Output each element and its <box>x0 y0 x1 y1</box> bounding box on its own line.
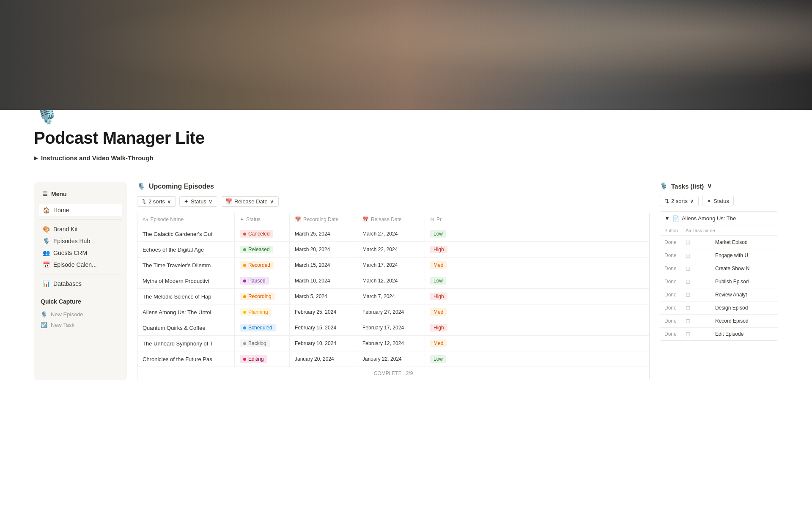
task-row[interactable]: Done ⊡ Market Episod <box>660 236 778 249</box>
task-row[interactable]: Done ⊡ Engage with U <box>660 249 778 262</box>
filter-sorts-button[interactable]: ⇅ 2 sorts ∨ <box>137 196 176 207</box>
task-button-icon[interactable]: ⊡ <box>686 304 715 311</box>
episode-name-cell: Quantum Quirks & Coffee <box>137 320 235 335</box>
tasks-filter-bar: ⇅ 2 sorts ∨ ✦ Status <box>660 196 778 206</box>
priority-badge: Med <box>430 308 447 316</box>
task-done-status: Done <box>664 239 686 245</box>
task-name-cell: Publish Episod <box>715 279 774 285</box>
task-row[interactable]: Done ⊡ Publish Episod <box>660 275 778 288</box>
episode-release-date-cell: January 22, 2024 <box>357 351 425 367</box>
sidebar-divider-1 <box>39 219 122 220</box>
tasks-group-doc-icon: 📄 <box>672 215 679 222</box>
episode-priority-cell: Low <box>425 351 459 367</box>
table-row[interactable]: The Melodic Science of Hap Recording Mar… <box>137 289 649 304</box>
sidebar-item-episodes-hub[interactable]: 🎙️ Episodes Hub <box>39 235 122 247</box>
table-row[interactable]: The Unheard Symphony of T Backlog Februa… <box>137 336 649 351</box>
episode-name-cell: Myths of Modern Productivi <box>137 273 235 288</box>
tasks-section-icon: 🎙️ <box>660 182 668 190</box>
th-release-date-icon: 📅 <box>362 217 369 222</box>
tasks-sorts-label: 2 sorts <box>671 198 688 204</box>
sidebar-item-databases[interactable]: 📊 Databases <box>39 278 122 290</box>
episode-recording-date-cell: March 5, 2024 <box>290 289 357 304</box>
table-row[interactable]: Myths of Modern Productivi Paused March … <box>137 273 649 289</box>
task-button-icon[interactable]: ⊡ <box>686 239 715 246</box>
sorts-chevron-icon: ∨ <box>167 198 171 205</box>
tasks-th-button: Button <box>664 228 686 233</box>
footer-count: 2/9 <box>406 370 413 376</box>
th-priority: ⊙ Pr <box>425 213 459 226</box>
table-row[interactable]: Chronicles of the Future Pas Editing Jan… <box>137 351 649 367</box>
tasks-filter-sorts-button[interactable]: ⇅ 2 sorts ∨ <box>660 196 699 206</box>
episode-release-date-cell: February 27, 2024 <box>357 304 425 320</box>
instructions-toggle[interactable]: ▶ Instructions and Video Walk-Through <box>34 154 778 162</box>
task-done-status: Done <box>664 318 686 324</box>
sidebar-item-label-home: Home <box>53 207 69 214</box>
episode-name-cell: The Time Traveler's Dilemm <box>137 258 235 273</box>
home-icon: 🏠 <box>42 207 50 214</box>
task-row[interactable]: Done ⊡ Edit Episode <box>660 328 778 340</box>
task-button-icon[interactable]: ⊡ <box>686 331 715 337</box>
episodes-hub-icon: 🎙️ <box>42 238 50 244</box>
table-row[interactable]: Quantum Quirks & Coffee Scheduled Februa… <box>137 320 649 336</box>
sidebar-item-home[interactable]: 🏠 Home <box>39 204 122 216</box>
episode-priority-cell: Low <box>425 226 459 241</box>
new-task-icon: ☑️ <box>41 322 47 328</box>
episode-status-cell: Canceled <box>235 226 290 241</box>
status-filter-label: Status <box>191 198 206 205</box>
sidebar: ☰ Menu 🏠 Home 🎨 Brand Kit 🎙️ Episodes Hu… <box>34 182 127 380</box>
quick-capture-new-episode[interactable]: 🎙️ New Episode <box>39 309 122 320</box>
episode-priority-cell: High <box>425 320 459 335</box>
task-row[interactable]: Done ⊡ Review Analyt <box>660 288 778 301</box>
sorts-icon: ⇅ <box>142 198 146 205</box>
task-row[interactable]: Done ⊡ Design Episod <box>660 301 778 315</box>
filter-status-button[interactable]: ✦ Status ∨ <box>179 196 217 207</box>
episode-name-cell: The Melodic Science of Hap <box>137 289 235 304</box>
footer-complete-label: COMPLETE <box>374 370 402 376</box>
priority-badge: Low <box>430 230 446 238</box>
priority-badge: Low <box>430 277 446 285</box>
episode-status-cell: Recording <box>235 289 290 304</box>
th-priority-label: Pr <box>436 217 442 222</box>
episode-status-cell: Scheduled <box>235 320 290 335</box>
th-name: Aa Episode Name <box>137 213 235 226</box>
priority-badge: High <box>430 324 447 332</box>
task-button-icon[interactable]: ⊡ <box>686 252 715 259</box>
task-button-icon[interactable]: ⊡ <box>686 291 715 298</box>
toggle-arrow-icon: ▶ <box>34 155 38 161</box>
tasks-filter-status-button[interactable]: ✦ Status <box>702 196 734 206</box>
tasks-chevron-icon: ∨ <box>707 182 712 190</box>
sidebar-item-episode-calendar[interactable]: 📅 Episode Calen... <box>39 259 122 271</box>
status-dot-icon <box>243 358 246 361</box>
sidebar-item-guests-crm[interactable]: 👥 Guests CRM <box>39 247 122 259</box>
task-name-cell: Record Episod <box>715 318 774 324</box>
databases-icon: 📊 <box>42 280 50 287</box>
sidebar-item-label-episodes-hub: Episodes Hub <box>53 238 90 244</box>
table-footer: COMPLETE 2/9 <box>137 367 649 380</box>
task-button-icon[interactable]: ⊡ <box>686 265 715 272</box>
status-badge: Released <box>240 246 273 253</box>
episode-status-cell: Recorded <box>235 258 290 273</box>
th-recording-date: 📅 Recording Date <box>290 213 357 226</box>
table-row[interactable]: Aliens Among Us: The Untol Planning Febr… <box>137 304 649 320</box>
episode-name-cell: Aliens Among Us: The Untol <box>137 304 235 320</box>
table-row[interactable]: The Time Traveler's Dilemm Recorded Marc… <box>137 258 649 273</box>
task-row[interactable]: Done ⊡ Create Show N <box>660 262 778 275</box>
table-row[interactable]: Echoes of the Digital Age Released March… <box>137 242 649 258</box>
sidebar-item-brand-kit[interactable]: 🎨 Brand Kit <box>39 223 122 235</box>
episode-status-cell: Released <box>235 242 290 257</box>
sidebar-divider-2 <box>39 274 122 274</box>
th-recording-date-label: Recording Date <box>303 217 338 222</box>
task-done-status: Done <box>664 252 686 258</box>
filter-release-date-button[interactable]: 📅 Release Date ∨ <box>221 196 279 207</box>
episode-name-cell: Chronicles of the Future Pas <box>137 351 235 367</box>
quick-capture-new-task[interactable]: ☑️ New Task <box>39 320 122 330</box>
episode-recording-date-cell: February 25, 2024 <box>290 304 357 320</box>
task-row[interactable]: Done ⊡ Record Episod <box>660 315 778 328</box>
task-name-cell: Market Episod <box>715 239 774 245</box>
th-status-icon: ✦ <box>240 217 244 222</box>
status-dot-icon <box>243 311 246 314</box>
task-button-icon[interactable]: ⊡ <box>686 318 715 324</box>
table-row[interactable]: The Galactic Gardener's Gui Canceled Mar… <box>137 226 649 242</box>
task-button-icon[interactable]: ⊡ <box>686 278 715 285</box>
episodes-table: Aa Episode Name ✦ Status 📅 Recording Dat… <box>137 213 650 380</box>
